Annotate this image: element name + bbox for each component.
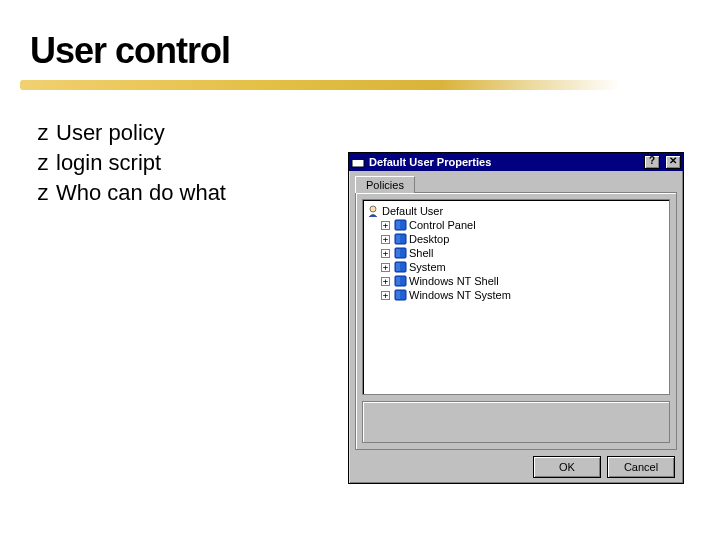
slide-title: User control: [0, 0, 720, 80]
bullet-text: Who can do what: [56, 180, 226, 206]
tree-label: System: [409, 261, 446, 273]
tree-node[interactable]: +Control Panel: [381, 218, 665, 232]
bullet-item: zUser policy: [32, 120, 226, 146]
expander-icon[interactable]: +: [381, 235, 390, 244]
tree-node[interactable]: +Windows NT System: [381, 288, 665, 302]
tab-page: Default User +Control Panel +Desktop +Sh…: [355, 192, 677, 450]
bullet-text: login script: [56, 150, 161, 176]
bullet-text: User policy: [56, 120, 165, 146]
tab-row: Policies: [355, 175, 677, 192]
system-icon: [351, 155, 365, 169]
tree-node[interactable]: +Windows NT Shell: [381, 274, 665, 288]
help-button[interactable]: ?: [644, 155, 660, 169]
ok-button[interactable]: OK: [533, 456, 601, 478]
svg-rect-1: [352, 158, 364, 160]
book-icon: [394, 261, 407, 273]
svg-point-2: [370, 206, 376, 212]
description-panel: [362, 401, 670, 443]
policy-tree[interactable]: Default User +Control Panel +Desktop +Sh…: [362, 199, 670, 395]
tree-node[interactable]: +Shell: [381, 246, 665, 260]
tree-label: Shell: [409, 247, 433, 259]
tab-policies[interactable]: Policies: [355, 176, 415, 193]
bullet-icon: z: [32, 150, 54, 176]
expander-icon[interactable]: +: [381, 249, 390, 258]
book-icon: [394, 289, 407, 301]
expander-icon[interactable]: +: [381, 263, 390, 272]
titlebar[interactable]: Default User Properties ? ✕: [349, 153, 683, 171]
book-icon: [394, 219, 407, 231]
tree-label: Desktop: [409, 233, 449, 245]
bullet-item: zWho can do what: [32, 180, 226, 206]
titlebar-text: Default User Properties: [369, 156, 639, 168]
bullet-icon: z: [32, 180, 54, 206]
tree-label: Default User: [382, 205, 443, 217]
svg-rect-10: [396, 263, 400, 271]
expander-icon[interactable]: +: [381, 277, 390, 286]
tree-root-node[interactable]: Default User: [367, 204, 665, 218]
book-icon: [394, 247, 407, 259]
bullet-item: zlogin script: [32, 150, 226, 176]
cancel-button[interactable]: Cancel: [607, 456, 675, 478]
svg-rect-14: [396, 291, 400, 299]
svg-rect-8: [396, 249, 400, 257]
svg-rect-4: [396, 221, 400, 229]
tree-label: Control Panel: [409, 219, 476, 231]
tree-node[interactable]: +Desktop: [381, 232, 665, 246]
close-button[interactable]: ✕: [665, 155, 681, 169]
properties-dialog: Default User Properties ? ✕ Policies Def…: [348, 152, 684, 484]
button-row: OK Cancel: [349, 456, 683, 484]
expander-icon[interactable]: +: [381, 221, 390, 230]
svg-rect-6: [396, 235, 400, 243]
bullet-list: zUser policy zlogin script zWho can do w…: [32, 120, 226, 210]
title-underline: [20, 80, 620, 90]
book-icon: [394, 275, 407, 287]
book-icon: [394, 233, 407, 245]
tree-label: Windows NT System: [409, 289, 511, 301]
svg-rect-12: [396, 277, 400, 285]
bullet-icon: z: [32, 120, 54, 146]
expander-icon[interactable]: +: [381, 291, 390, 300]
tree-label: Windows NT Shell: [409, 275, 499, 287]
user-icon: [367, 205, 380, 217]
tree-node[interactable]: +System: [381, 260, 665, 274]
